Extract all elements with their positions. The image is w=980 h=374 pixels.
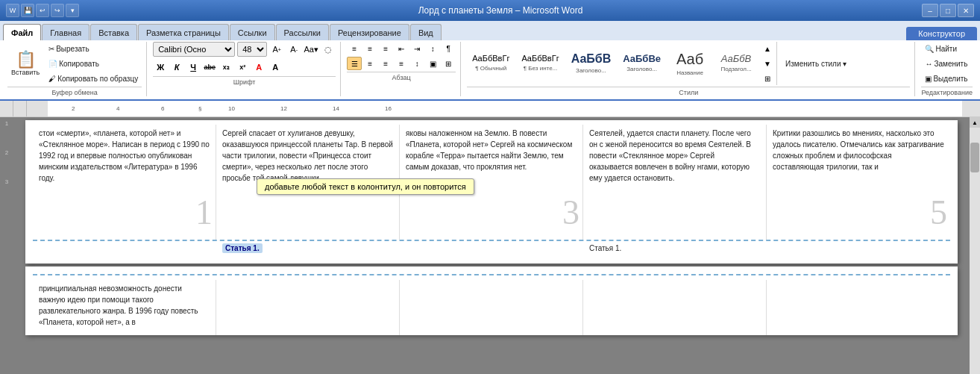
- scroll-thumb[interactable]: [970, 143, 979, 172]
- copy-button[interactable]: 📄 Копировать: [45, 57, 142, 70]
- redo-btn[interactable]: ↪: [51, 4, 64, 17]
- find-label: Найти: [935, 45, 957, 53]
- align-right-btn[interactable]: ≡: [378, 57, 393, 70]
- underline-btn[interactable]: Ч: [186, 60, 201, 75]
- strikethrough-btn[interactable]: аbe: [202, 60, 217, 75]
- line-spacing-btn[interactable]: ↕: [409, 57, 424, 70]
- font-name-select[interactable]: Calibri (Осно: [153, 42, 235, 57]
- footer-col-3: [400, 241, 583, 264]
- bullets-btn[interactable]: ≡: [347, 42, 362, 55]
- style-normal[interactable]: АаБбВвГг ¶ Обычный: [467, 42, 515, 84]
- tab-home[interactable]: Главная: [42, 24, 89, 40]
- vertical-scrollbar[interactable]: ▲: [970, 117, 980, 374]
- ruler-mark-2: 2: [72, 105, 75, 112]
- subscript-btn[interactable]: x₂: [219, 60, 233, 75]
- select-button[interactable]: ▣ Выделить: [921, 72, 973, 85]
- tab-mailings[interactable]: Рассылки: [276, 24, 329, 40]
- save-btn[interactable]: 💾: [21, 4, 34, 17]
- scroll-up-btn[interactable]: ▲: [970, 117, 980, 128]
- style-no-interval-label: ¶ Без инте...: [524, 65, 558, 72]
- ruler-mark-10: 10: [228, 105, 235, 112]
- page-2: принципиальная невозможность донести важ…: [25, 267, 958, 335]
- sort-btn[interactable]: ↕: [425, 42, 440, 55]
- copy-label: Копировать: [59, 60, 99, 68]
- undo-btn[interactable]: ↩: [36, 4, 49, 17]
- highlight-btn[interactable]: A: [268, 60, 283, 75]
- justify-btn[interactable]: ≡: [394, 57, 409, 70]
- change-case-btn[interactable]: Aa▾: [304, 42, 318, 57]
- clipboard-content: 📋 Вставить ✂ Вырезать 📄 Копировать 🖌 Коп…: [7, 42, 142, 85]
- tab-constructor[interactable]: Конструктор: [906, 27, 977, 40]
- tab-insert[interactable]: Вставка: [90, 24, 137, 40]
- footer-col-5: [767, 241, 950, 264]
- text-color-btn[interactable]: A: [251, 60, 266, 75]
- style-title[interactable]: Ааб Название: [668, 42, 712, 84]
- pages-container[interactable]: стои «смерти», «планета, которой нет» и …: [13, 117, 970, 374]
- format-painter-button[interactable]: 🖌 Копировать по образцу: [45, 72, 142, 85]
- footer-col-4[interactable]: Статья 1.: [583, 241, 767, 264]
- ribbon-group-clipboard: 📋 Вставить ✂ Вырезать 📄 Копировать 🖌 Коп…: [3, 42, 147, 96]
- style-title-label: Название: [676, 69, 703, 76]
- font-group-label: Шрифт: [153, 76, 336, 86]
- font-shrink-btn[interactable]: A-: [286, 42, 301, 57]
- numbering-btn[interactable]: ≡: [362, 42, 377, 55]
- margin-num-3: 3: [5, 178, 8, 185]
- styles-scroll-up[interactable]: ▲: [760, 42, 775, 55]
- replace-button[interactable]: ↔ Заменить: [921, 57, 973, 70]
- ruler-mark-s: §: [198, 105, 201, 112]
- styles-scroll-down[interactable]: ▼: [760, 57, 775, 70]
- page2-col4: [583, 280, 767, 335]
- tab-links[interactable]: Ссылки: [230, 24, 275, 40]
- style-heading1-preview: АаБбВ: [571, 52, 612, 66]
- footer-col4-text: Статья 1.: [589, 244, 621, 252]
- change-styles-btn[interactable]: Изменить стили ▾: [782, 57, 850, 70]
- styles-more-btn[interactable]: ⊞: [760, 72, 775, 85]
- show-marks-btn[interactable]: ¶: [441, 42, 456, 55]
- ruler-left-pad: [0, 101, 13, 116]
- italic-btn[interactable]: К: [169, 60, 184, 75]
- page-columns: стои «смерти», «планета, которой нет» и …: [25, 120, 958, 240]
- multilevel-btn[interactable]: ≡: [378, 42, 393, 55]
- borders-btn[interactable]: ⊞: [441, 57, 456, 70]
- paste-button[interactable]: 📋 Вставить: [7, 44, 43, 83]
- font-size-select[interactable]: 48: [237, 42, 267, 57]
- increase-indent-btn[interactable]: ⇥: [409, 42, 424, 55]
- ruler-mark-6: 6: [161, 105, 164, 112]
- quick-access-toolbar: W 💾 ↩ ↪ ▾: [6, 4, 79, 17]
- title-bar: W 💾 ↩ ↪ ▾ Лорд с планеты Земля – Microso…: [0, 0, 980, 21]
- bold-btn[interactable]: Ж: [153, 60, 168, 75]
- style-no-interval[interactable]: АаБбВвГг ¶ Без инте...: [516, 42, 564, 84]
- clipboard-secondary: ✂ Вырезать 📄 Копировать 🖌 Копировать по …: [45, 42, 142, 85]
- maximize-btn[interactable]: □: [940, 4, 956, 17]
- clear-format-btn[interactable]: ◌: [321, 42, 336, 57]
- minimize-btn[interactable]: –: [922, 4, 938, 17]
- ruler: 2 4 6 § 10 12 14 16: [0, 101, 980, 117]
- tab-layout[interactable]: Разметка страницы: [138, 24, 229, 40]
- tab-file[interactable]: Файл: [3, 24, 41, 40]
- superscript-btn[interactable]: x²: [235, 60, 250, 75]
- find-button[interactable]: 🔍 Найти: [921, 42, 973, 55]
- style-heading2[interactable]: АаБбВе Заголово...: [618, 42, 666, 84]
- styles-scroll: ▲ ▼ ⊞: [760, 42, 775, 85]
- tab-view[interactable]: Вид: [410, 24, 442, 40]
- close-btn[interactable]: ✕: [958, 4, 974, 17]
- align-center-btn[interactable]: ≡: [362, 57, 377, 70]
- tab-review[interactable]: Рецензирование: [330, 24, 409, 40]
- shading-btn[interactable]: ▣: [425, 57, 440, 70]
- style-subtitle[interactable]: АаБбВ Подзагол...: [714, 42, 758, 84]
- select-icon: ▣: [925, 75, 932, 83]
- footer-col2-text: Статья 1.: [222, 243, 263, 253]
- style-heading1[interactable]: АаБбВ Заголово...: [566, 42, 617, 84]
- style-title-preview: Ааб: [676, 50, 703, 68]
- align-left-btn[interactable]: ☰: [347, 57, 362, 70]
- paragraph-row1: ≡ ≡ ≡ ⇤ ⇥ ↕ ¶: [347, 42, 456, 55]
- dropdown-btn[interactable]: ▾: [66, 4, 79, 17]
- cut-button[interactable]: ✂ Вырезать: [45, 42, 142, 55]
- footer-col-1: [33, 241, 216, 264]
- decrease-indent-btn[interactable]: ⇤: [394, 42, 409, 55]
- ruler-mark-12: 12: [280, 105, 287, 112]
- ribbon: 📋 Вставить ✂ Вырезать 📄 Копировать 🖌 Коп…: [0, 40, 980, 101]
- font-grow-btn[interactable]: A+: [269, 42, 284, 57]
- paragraph-row2: ☰ ≡ ≡ ≡ ↕ ▣ ⊞: [347, 57, 456, 70]
- footer-col-2[interactable]: Статья 1.: [216, 241, 400, 264]
